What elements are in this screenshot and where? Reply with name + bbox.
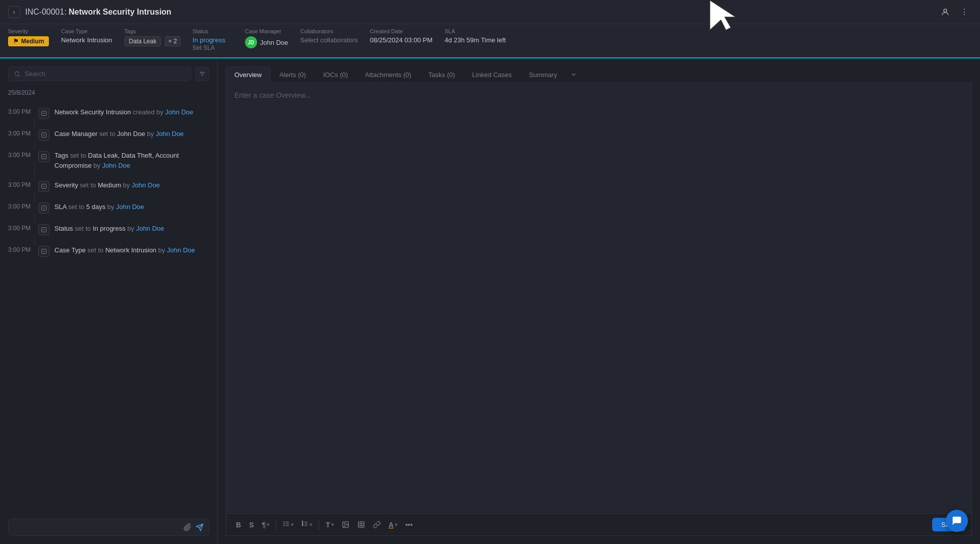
case-type-field: Case Type Network Intrusion [61,28,112,44]
chevron-icon: ▾ [395,522,397,527]
severity-badge[interactable]: ⚑ Medium [8,36,49,46]
severity-field: Severity ⚑ Medium [8,28,49,46]
image-button[interactable] [338,519,353,530]
svg-point-27 [284,525,284,526]
user-icon-button[interactable] [938,5,953,20]
svg-point-25 [284,522,284,522]
collaborators-label: Collaborators [300,28,358,34]
filter-icon [199,71,206,78]
case-manager-name: John Doe [260,39,288,46]
header-actions: ⋮ [938,5,972,20]
tab-tasks[interactable]: Tasks (0) [420,67,463,83]
timeline-text: Status set to In progress by John Doe [54,224,209,234]
metadata-bar: Severity ⚑ Medium Case Type Network Intr… [0,24,980,58]
svg-point-26 [284,523,284,524]
timeline-item: 3:00 PMNetwork Security Intrusion create… [8,102,209,124]
right-panel: OverviewAlerts (0)IOCs (0)Attachments (0… [218,58,980,544]
tab-linked-cases[interactable]: Linked Cases [464,67,520,83]
bold-button[interactable]: B [232,519,244,531]
strikethrough-button[interactable]: S [246,519,257,531]
timeline-item: 3:00 PMCase Manager set to John Doe by J… [8,124,209,146]
ordered-list-button[interactable]: 123 ▾ [298,518,316,531]
timeline-time: 3:00 PM [8,181,33,188]
timeline-item: 3:00 PMTags set to Data Leak, Data Theft… [8,146,209,175]
tab-iocs[interactable]: IOCs (0) [315,67,356,83]
tab-summary[interactable]: Summary [521,67,565,83]
created-date-field: Created Date 08/25/2024 03:00 PM [370,28,433,44]
tab-attachments[interactable]: Attachments (0) [357,67,419,83]
send-button[interactable] [196,523,204,531]
avatar: JD [245,36,257,48]
severity-icon: ⚑ [13,38,19,45]
paragraph-button[interactable]: ¶ ▾ [258,519,273,531]
severity-value: Medium [21,38,44,45]
timeline-item: 3:00 PMCase Type set to Network Intrusio… [8,240,209,262]
back-button[interactable]: ‹ [8,6,20,18]
svg-text:3: 3 [302,524,303,526]
attachment-button[interactable] [183,523,192,531]
more-toolbar-button[interactable]: ••• [402,519,416,531]
tag-more[interactable]: + 2 [165,36,180,46]
timeline-time: 3:00 PM [8,203,33,210]
left-panel: 25/8/2024 3:00 PMNetwork Security Intrus… [0,58,218,544]
case-id: INC-00001: [25,8,67,16]
chevron-icon: ▾ [291,522,293,527]
timeline-icon [38,224,49,235]
chat-input-bar [8,519,209,536]
timeline-icon [38,181,49,192]
page-title: INC-00001: Network Security Intrusion [25,8,171,17]
date-group-label: 25/8/2024 [8,89,209,96]
filter-button[interactable] [195,67,209,81]
toolbar-separator-2 [319,520,319,530]
tags-field: Tags Data Leak + 2 [125,28,180,46]
case-type-value: Network Intrusion [61,36,112,44]
chevron-icon: ▾ [331,522,334,527]
highlight-button[interactable]: A ▾ [385,519,401,531]
search-input[interactable] [25,70,186,78]
table-button[interactable] [354,519,369,530]
status-field: Status In progress Set SLA [193,28,233,51]
overview-content[interactable]: Enter a case Overview... [226,83,971,513]
chat-input[interactable] [14,524,179,531]
case-manager-value[interactable]: JD John Doe [245,36,288,48]
chat-bubble-icon [951,515,962,526]
timeline-text: Case Manager set to John Doe by John Doe [54,129,209,139]
collaborators-select[interactable]: Select collaborators [300,36,358,44]
timeline-icon [38,108,49,119]
svg-point-0 [944,9,947,12]
tab-overview[interactable]: Overview [226,66,270,83]
tabs-bar: OverviewAlerts (0)IOCs (0)Attachments (0… [226,66,972,83]
more-options-button[interactable]: ⋮ [957,5,972,20]
severity-label: Severity [8,28,49,34]
case-title: Network Security Intrusion [67,8,171,16]
timeline-item: 3:00 PMSeverity set to Medium by John Do… [8,175,209,197]
tab-alerts[interactable]: Alerts (0) [271,67,314,83]
created-date-label: Created Date [370,28,433,34]
header: ‹ INC-00001: Network Security Intrusion … [0,0,980,24]
svg-line-2 [19,75,20,77]
case-type-label: Case Type [61,28,112,34]
timeline-time: 3:00 PM [8,152,33,159]
unordered-list-button[interactable]: ▾ [279,518,297,531]
link-button[interactable] [370,519,384,530]
timeline-text: SLA set to 5 days by John Doe [54,202,209,212]
timeline-list: 3:00 PMNetwork Security Intrusion create… [8,102,209,262]
search-bar [8,66,191,81]
set-sla-link[interactable]: Set SLA [193,44,215,51]
timeline-icon [38,202,49,214]
status-value[interactable]: In progress [193,36,225,44]
overview-editor: Enter a case Overview... B S ¶ ▾ ▾ [226,83,972,536]
chat-bubble-button[interactable] [946,510,968,532]
toolbar-separator [276,520,276,530]
search-icon [14,71,21,78]
timeline-text: Severity set to Medium by John Doe [54,180,209,190]
timeline-icon [38,129,49,141]
timeline-item: 3:00 PMStatus set to In progress by John… [8,219,209,240]
tab-more-button[interactable] [566,68,581,81]
status-container: In progress Set SLA [193,36,233,51]
tag-data-leak[interactable]: Data Leak [125,36,161,46]
ordered-list-icon: 123 [301,520,309,529]
tags-label: Tags [125,28,180,34]
editor-toolbar: B S ¶ ▾ ▾ 123 ▾ [226,513,971,535]
text-style-button[interactable]: T ▾ [322,519,337,531]
